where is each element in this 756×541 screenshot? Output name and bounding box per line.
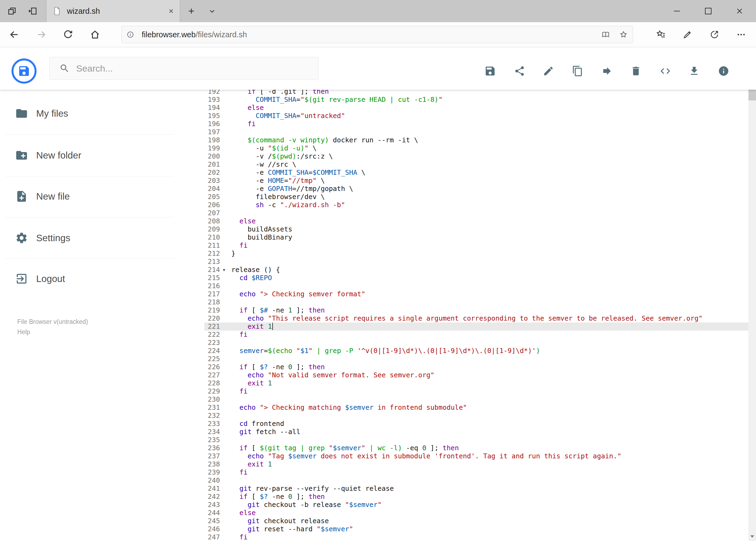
scrollbar[interactable] bbox=[748, 47, 756, 541]
copy-icon bbox=[572, 65, 583, 77]
reading-view-button[interactable] bbox=[601, 30, 610, 39]
tab-preview-toggle[interactable] bbox=[204, 0, 220, 22]
code-line[interactable]: 202 -e COMMIT_SHA=$COMMIT_SHA \ bbox=[175, 169, 748, 177]
app-share-button[interactable] bbox=[509, 61, 530, 81]
code-line[interactable]: 247 fi bbox=[175, 533, 748, 541]
code-line[interactable]: 204 -e GOPATH=//tmp/gopath \ bbox=[175, 185, 748, 193]
annotate-button[interactable] bbox=[681, 28, 694, 41]
code-line[interactable]: 239 fi bbox=[175, 468, 748, 476]
delete-button[interactable] bbox=[626, 61, 646, 81]
close-button[interactable] bbox=[724, 0, 755, 22]
move-button[interactable] bbox=[597, 61, 617, 81]
sidebar-item-settings[interactable]: Settings bbox=[0, 222, 175, 254]
code-line[interactable]: 232 bbox=[175, 412, 748, 420]
code-line[interactable]: 209 buildAssets bbox=[175, 225, 748, 234]
browser-tab[interactable]: wizard.sh bbox=[46, 0, 180, 22]
more-button[interactable] bbox=[735, 28, 748, 41]
sidebar-item-new-file[interactable]: New file bbox=[0, 180, 175, 213]
code-line[interactable]: 200 -v /$(pwd):/src:z \ bbox=[175, 152, 748, 161]
code-line[interactable]: 222 fi bbox=[175, 330, 748, 339]
code-line[interactable]: 192 if [ -d .git ]; then bbox=[175, 90, 748, 96]
favorite-button[interactable] bbox=[619, 30, 628, 39]
sidebar-item-new-folder[interactable]: New folder bbox=[0, 139, 175, 172]
code-line[interactable]: 213 bbox=[175, 258, 748, 266]
code-line[interactable]: 203 -e HOME="//tmp" \ bbox=[175, 177, 748, 185]
code-line[interactable]: 212} bbox=[175, 250, 748, 258]
help-link[interactable]: Help bbox=[17, 328, 30, 336]
address-field[interactable]: filebrowser.web/files/wizard.sh bbox=[122, 26, 633, 43]
code-line[interactable]: 207 bbox=[175, 209, 748, 217]
tabs-aside-button[interactable] bbox=[4, 0, 21, 22]
fold-marker-icon[interactable]: ▾ bbox=[220, 266, 228, 274]
sidebar-item-my-files[interactable]: My files bbox=[0, 97, 175, 130]
code-line[interactable]: 210 buildBinary bbox=[175, 234, 748, 242]
code-line[interactable]: 219 if [ $# -ne 1 ]; then bbox=[175, 306, 748, 314]
site-info-button[interactable] bbox=[126, 31, 134, 38]
code-line[interactable]: 245 git checkout release bbox=[175, 517, 748, 525]
code-line[interactable]: 228 exit 1 bbox=[175, 379, 748, 387]
app-logo[interactable] bbox=[11, 58, 37, 84]
code-line[interactable]: 223 bbox=[175, 339, 748, 347]
refresh-button[interactable] bbox=[63, 29, 73, 40]
search-input[interactable] bbox=[76, 63, 313, 74]
code-line[interactable]: 233 cd frontend bbox=[175, 420, 748, 428]
code-line[interactable]: 224 semver=$(echo "$1" | grep -P '^v(0|[… bbox=[175, 347, 748, 355]
sidebar-item-label: Logout bbox=[36, 273, 65, 284]
code-line[interactable]: 196 fi bbox=[175, 120, 748, 128]
forward-button[interactable] bbox=[36, 29, 47, 40]
code-line[interactable]: 195 COMMIT_SHA="untracked" bbox=[175, 112, 748, 120]
copy-button[interactable] bbox=[567, 61, 588, 81]
code-line[interactable]: 243 git checkout -b release "$semver" bbox=[175, 501, 748, 509]
code-line[interactable]: 211 fi bbox=[175, 242, 748, 250]
code-line[interactable]: 235 bbox=[175, 436, 748, 444]
sidebar-item-logout[interactable]: Logout bbox=[0, 263, 175, 295]
scroll-down-button[interactable] bbox=[748, 532, 756, 541]
code-line[interactable]: 197 bbox=[175, 128, 748, 136]
code-line[interactable]: 206 sh -c "./wizard.sh -b" bbox=[175, 201, 748, 209]
maximize-button[interactable] bbox=[692, 0, 724, 22]
code-view-button[interactable] bbox=[655, 61, 675, 81]
code-line[interactable]: 198 $(command -v winpty) docker run --rm… bbox=[175, 136, 748, 144]
code-line[interactable]: 246 git reset --hard "$semver" bbox=[175, 525, 748, 533]
code-line[interactable]: 234 git fetch --all bbox=[175, 428, 748, 436]
code-line[interactable]: 215 cd $REPO bbox=[175, 274, 748, 282]
code-line[interactable]: 216 bbox=[175, 282, 748, 290]
code-line[interactable]: 201 -w //src \ bbox=[175, 161, 748, 169]
code-line[interactable]: 227 echo "Not valid semver format. See s… bbox=[175, 371, 748, 379]
code-line[interactable]: 221 exit 1 bbox=[175, 322, 748, 330]
home-button[interactable] bbox=[90, 29, 100, 40]
info-button[interactable] bbox=[713, 61, 734, 81]
hub-button[interactable] bbox=[654, 28, 667, 41]
code-line[interactable]: 218 bbox=[175, 298, 748, 306]
code-line[interactable]: 220 echo "This release script requires a… bbox=[175, 314, 748, 322]
code-line[interactable]: 238 exit 1 bbox=[175, 460, 748, 468]
code-line[interactable]: 225 bbox=[175, 355, 748, 363]
code-editor[interactable]: 192 if [ -d .git ]; then193 COMMIT_SHA="… bbox=[175, 90, 748, 541]
code-line[interactable]: 230 bbox=[175, 395, 748, 403]
code-line[interactable]: 205 filebrowser/dev \ bbox=[175, 193, 748, 201]
code-line[interactable]: 244 else bbox=[175, 509, 748, 517]
new-tab-button[interactable] bbox=[182, 0, 200, 22]
download-button[interactable] bbox=[684, 61, 704, 81]
back-button[interactable] bbox=[9, 29, 19, 40]
code-line[interactable]: 231 echo "> Checking matching $semver in… bbox=[175, 403, 748, 412]
code-line[interactable]: 194 else bbox=[175, 104, 748, 112]
code-line[interactable]: 240 bbox=[175, 476, 748, 485]
code-line[interactable]: 199 -u "$(id -u)" \ bbox=[175, 144, 748, 152]
set-tabs-aside-button[interactable] bbox=[24, 0, 41, 22]
code-line[interactable]: 242 if [ $? -ne 0 ]; then bbox=[175, 493, 748, 501]
rename-button[interactable] bbox=[538, 61, 559, 81]
minimize-button[interactable] bbox=[661, 0, 692, 22]
share-button[interactable] bbox=[708, 28, 721, 41]
code-line[interactable]: 237 echo "Tag $semver does not exist in … bbox=[175, 452, 748, 460]
code-line[interactable]: 193 COMMIT_SHA="$(git rev-parse HEAD | c… bbox=[175, 96, 748, 104]
code-line[interactable]: 241 git rev-parse --verify --quiet relea… bbox=[175, 485, 748, 493]
tab-close-button[interactable] bbox=[168, 8, 174, 14]
code-line[interactable]: 217 echo "> Checking semver format" bbox=[175, 290, 748, 298]
code-line[interactable]: 214▾release () { bbox=[175, 266, 748, 274]
code-line[interactable]: 208 else bbox=[175, 217, 748, 225]
code-line[interactable]: 229 fi bbox=[175, 387, 748, 395]
code-line[interactable]: 226 if [ $? -ne 0 ]; then bbox=[175, 363, 748, 371]
code-line[interactable]: 236 if [ $(git tag | grep "$semver" | wc… bbox=[175, 444, 748, 452]
save-button[interactable] bbox=[480, 61, 500, 81]
